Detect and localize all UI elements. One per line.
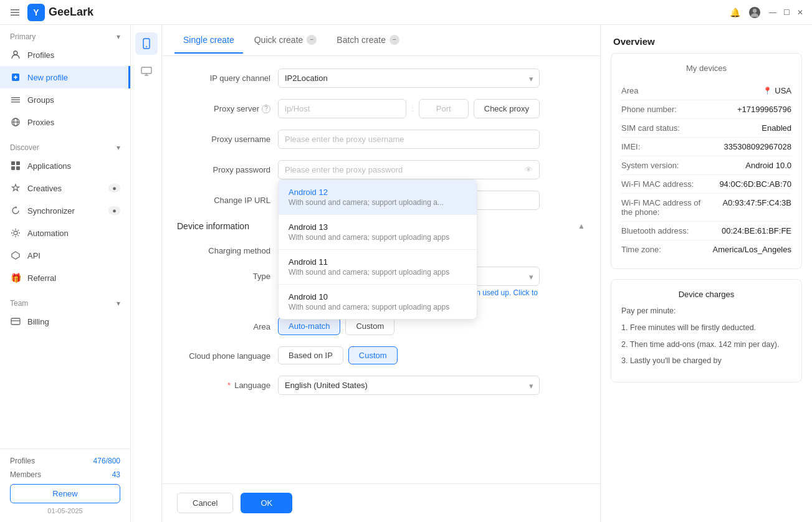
sidebar-item-new-profile[interactable]: New profile [0,66,130,88]
based-on-ip-button[interactable]: Based on IP [278,346,343,364]
overview-imei-row: IMEI: 335308092967028 [621,138,791,156]
proxy-username-input[interactable] [278,130,540,149]
password-toggle-icon[interactable]: 👁 [525,165,533,174]
ip-query-label: IP query channel [177,69,270,83]
language-select[interactable]: English (United States) Chinese (Simplif… [278,376,540,395]
sidebar-item-referral[interactable]: 🎁 Referral [0,267,130,289]
svg-rect-2 [11,14,19,16]
form-row-proxy-username: Proxy username [177,130,585,149]
close-button[interactable]: ✕ [796,8,805,17]
proxy-password-control: 👁 Android 12 With sound and camera; supp… [278,160,540,179]
sidebar-item-synchronizer[interactable]: Synchronizer ● [0,199,130,222]
android-version-dropdown: Android 12 With sound and camera; suppor… [278,179,477,320]
mobile-icon-btn[interactable] [135,32,158,55]
custom-language-button[interactable]: Custom [348,346,398,364]
charging-label: Charging method [177,241,270,255]
tab-quick-create[interactable]: Quick create − [246,27,326,54]
dropdown-item-android13[interactable]: Android 13 With sound and camera; suppor… [279,215,477,250]
sidebar-item-creatives[interactable]: Creatives ● [0,177,130,199]
maximize-button[interactable]: ☐ [782,8,791,17]
sidebar-footer: Profiles 476/800 Members 43 Renew 01-05-… [0,448,130,522]
device-charges-card: Device charges Pay per minute: 1. Free m… [611,279,802,382]
members-stat-label: Members [10,470,41,479]
api-icon [10,250,21,261]
brand-name: GeeLark [49,6,93,19]
sidebar-item-profiles[interactable]: Profiles [0,44,130,66]
quick-create-badge: − [307,35,317,45]
overview-subtitle: My devices [621,64,791,73]
proxy-password-label: Proxy password [177,160,270,174]
ip-query-select-wrapper: IP2Location IP-API ipinfo.io [278,69,540,88]
svg-point-4 [753,9,757,12]
proxy-password-input[interactable] [285,165,525,174]
sidebar-item-automation[interactable]: Automation [0,222,130,244]
svg-rect-0 [11,9,19,11]
overview-phone-row: Phone number: +17199965796 [621,100,791,119]
profiles-icon [10,49,21,60]
type-label: Type [177,267,270,281]
renew-button[interactable]: Renew [10,484,120,503]
dropdown-item-android10[interactable]: Android 10 With sound and camera; suppor… [279,285,477,319]
ok-button[interactable]: OK [241,493,292,513]
title-bar-left: Y GeeLark [7,4,93,21]
proxy-port-input[interactable] [419,99,469,118]
profiles-stat-value: 476/800 [93,457,120,465]
proxy-host-input[interactable] [278,99,406,118]
sidebar-item-new-profile-label: New profile [27,73,118,82]
sidebar-group-team[interactable]: Team ▾ [0,294,130,310]
sidebar-item-proxies[interactable]: Proxies [0,111,130,133]
overview-area-row: Area 📍 USA [621,82,791,100]
sidebar-item-api[interactable]: API [0,244,130,267]
svg-rect-7 [11,97,20,98]
dropdown-item-android11[interactable]: Android 11 With sound and camera; suppor… [279,250,477,285]
proxy-help-icon[interactable]: ? [262,105,270,113]
logo-icon: Y [27,4,45,21]
form-row-proxy-password: Proxy password 👁 Android 12 With sound a… [177,160,585,179]
notification-icon[interactable]: 🔔 [728,6,741,19]
charges-item2: 2. Then time add-ons (max. 142 min per d… [621,339,791,351]
required-star: * [227,381,231,390]
area-auto-match-button[interactable]: Auto-match [278,317,340,335]
sidebar-item-proxies-label: Proxies [27,118,120,127]
sidebar-item-applications[interactable]: Applications [0,154,130,177]
sidebar-item-groups-label: Groups [27,95,120,105]
svg-rect-1 [11,12,19,13]
check-proxy-button[interactable]: Check proxy [474,99,540,118]
change-ip-label: Change IP URL [177,191,270,205]
wifi-mac-val: 94:0C:6D:BC:AB:70 [719,179,791,189]
area-overview-val: 📍 USA [763,86,791,95]
tab-batch-create[interactable]: Batch create − [328,27,408,54]
desktop-icon-btn[interactable] [135,60,158,82]
svg-point-5 [14,51,17,55]
sidebar-item-synchronizer-label: Synchronizer [27,206,102,216]
user-avatar-icon[interactable] [748,6,761,19]
dropdown-item-android12[interactable]: Android 12 With sound and camera; suppor… [279,180,477,215]
billing-icon [10,316,21,327]
sidebar-toggle[interactable] [7,5,22,20]
wifi-mac-phone-val: A0:93:47:5F:C4:3B [722,198,791,207]
minimize-button[interactable]: — [768,8,777,17]
ip-query-control: IP2Location IP-API ipinfo.io [278,69,540,88]
ip-query-select[interactable]: IP2Location IP-API ipinfo.io [278,69,540,88]
area-custom-button[interactable]: Custom [345,317,394,335]
language-label: * Language [177,376,270,390]
svg-point-17 [14,231,17,235]
sidebar-item-billing[interactable]: Billing [0,310,130,333]
svg-rect-23 [141,67,151,74]
charges-title: Device charges [621,290,791,299]
svg-rect-16 [16,166,20,170]
overview-wifi-row: Wi-Fi MAC address: 94:0C:6D:BC:AB:70 [621,175,791,194]
tab-single-create[interactable]: Single create [174,27,243,54]
sidebar-group-primary[interactable]: Primary ▾ [0,27,130,44]
title-bar-right: 🔔 — ☐ ✕ [728,6,805,19]
cancel-button[interactable]: Cancel [177,493,233,513]
bluetooth-key: Bluetooth address: [621,226,689,235]
sidebar-date: 01-05-2025 [10,507,120,515]
geo-icon: 📍 [763,87,772,95]
app-logo: Y GeeLark [27,4,93,21]
sidebar-item-groups[interactable]: Groups [0,88,130,111]
cloud-language-btn-group: Based on IP Custom [278,346,540,364]
sidebar-group-discover[interactable]: Discover ▾ [0,138,130,154]
system-overview-val: Android 10.0 [745,161,791,170]
bluetooth-val: 00:24:BE:61:BF:FE [722,226,791,235]
